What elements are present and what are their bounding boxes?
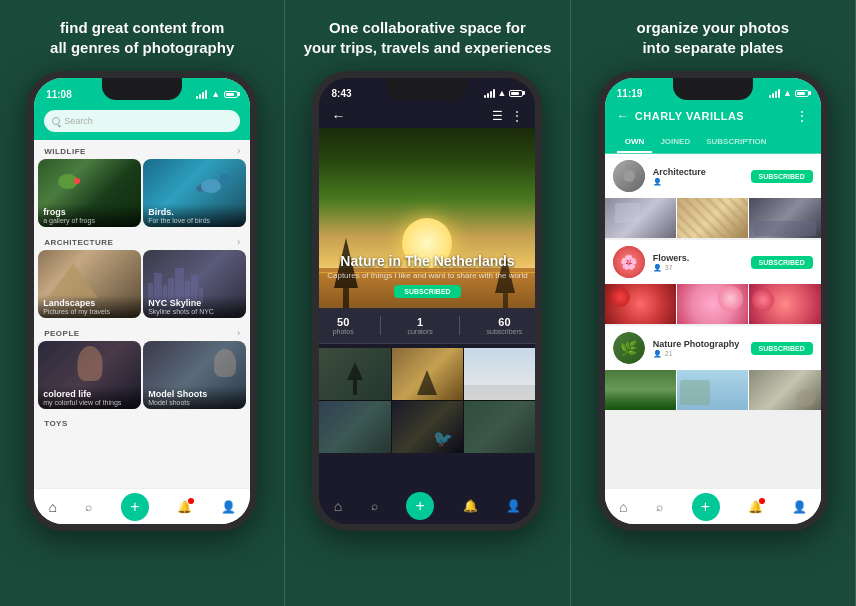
p3-bottom-nav: ⌂ ⌕ + 🔔 👤 bbox=[605, 488, 821, 524]
p2-nav-add[interactable]: + bbox=[406, 492, 434, 520]
p3-album-flowers-header: 🌸 Flowers. 👤 37 SUBSCRIBED bbox=[605, 240, 821, 284]
nav-add[interactable]: + bbox=[121, 493, 149, 521]
p1-card-frogs-title: frogs bbox=[43, 207, 136, 217]
p3-nav-add[interactable]: + bbox=[692, 493, 720, 521]
p2-subscribed-button[interactable]: SUBSCRIBED bbox=[394, 285, 460, 298]
p2-menu-icon[interactable]: ☰ bbox=[492, 109, 503, 123]
p3-arch-thumb-3[interactable] bbox=[749, 198, 820, 238]
p2-photo-2[interactable] bbox=[392, 348, 463, 400]
p3-bell-icon: 🔔 bbox=[748, 500, 763, 514]
p1-card-colored-title: colored life bbox=[43, 389, 136, 399]
p2-tree-1 bbox=[347, 362, 363, 395]
p1-card-nyc-sub: Skyline shots of NYC bbox=[148, 308, 241, 315]
p2-bell-icon: 🔔 bbox=[463, 499, 478, 513]
p2-hero-title: Nature in The Netherlands bbox=[319, 253, 535, 269]
p1-card-landscapes[interactable]: Landscapes Pictures of my travels bbox=[38, 250, 141, 318]
p2-nav-search[interactable]: ⌕ bbox=[371, 499, 378, 513]
p2-stat-curators-num: 1 bbox=[407, 316, 432, 328]
p1-section-architecture-label: ARCHITECTURE bbox=[44, 238, 113, 247]
p1-card-shoots[interactable]: Model Shoots Model shoots bbox=[143, 341, 246, 409]
p3-subscribed-btn-2[interactable]: SUBSCRIBED bbox=[751, 256, 813, 269]
p3-sub-count-3: 21 bbox=[665, 350, 673, 357]
nav-home[interactable]: ⌂ bbox=[48, 499, 56, 515]
p2-photo-3[interactable] bbox=[464, 348, 535, 400]
panel-2-title: One collaborative space foryour trips, t… bbox=[304, 18, 552, 57]
p3-nav-home[interactable]: ⌂ bbox=[619, 499, 627, 515]
p3-subscribed-btn-1[interactable]: SUBSCRIBED bbox=[751, 170, 813, 183]
p3-album-architecture-title: Architecture bbox=[653, 167, 743, 177]
p2-nav-home[interactable]: ⌂ bbox=[334, 498, 342, 514]
p1-card-birds-sub: For the love of birds bbox=[148, 217, 241, 224]
p3-nav-profile[interactable]: 👤 bbox=[792, 500, 807, 514]
p1-card-birds-overlay: Birds. For the love of birds bbox=[143, 204, 246, 227]
p2-nav-notifications[interactable]: 🔔 bbox=[463, 499, 478, 513]
phone-1: 11:08 ▲ bbox=[27, 71, 257, 531]
p1-section-architecture: ARCHITECTURE › bbox=[34, 231, 250, 250]
p3-more-button[interactable]: ⋮ bbox=[795, 108, 809, 124]
p1-card-frogs[interactable]: frogs a gallery of frogs bbox=[38, 159, 141, 227]
p3-tab-joined[interactable]: JOINED bbox=[652, 132, 698, 153]
p1-card-frogs-overlay: frogs a gallery of frogs bbox=[38, 204, 141, 227]
p3-nature-thumb-3[interactable] bbox=[749, 370, 820, 410]
nav-notifications[interactable]: 🔔 bbox=[177, 500, 192, 514]
p3-arch-thumb-2[interactable] bbox=[677, 198, 748, 238]
p1-card-nyc-overlay: NYC Skyline Skyline shots of NYC bbox=[143, 295, 246, 318]
nav-profile[interactable]: 👤 bbox=[221, 500, 236, 514]
p2-back-button[interactable]: ← bbox=[331, 108, 345, 124]
p2-topbar: ← ☰ ⋮ bbox=[319, 104, 535, 128]
p1-time: 11:08 bbox=[46, 89, 72, 100]
p3-back-button[interactable]: ← bbox=[617, 109, 629, 123]
p2-stats-divider-1 bbox=[380, 316, 381, 335]
p2-home-icon: ⌂ bbox=[334, 498, 342, 514]
p3-nav-search[interactable]: ⌕ bbox=[656, 500, 663, 514]
p2-more-icon[interactable]: ⋮ bbox=[511, 109, 523, 123]
p1-card-birds[interactable]: Birds. For the love of birds bbox=[143, 159, 246, 227]
p1-status-icons: ▲ bbox=[196, 89, 238, 99]
p2-photo-6[interactable] bbox=[464, 401, 535, 453]
p2-nav-profile[interactable]: 👤 bbox=[506, 499, 521, 513]
p1-card-nyc[interactable]: NYC Skyline Skyline shots of NYC bbox=[143, 250, 246, 318]
p1-card-landscapes-overlay: Landscapes Pictures of my travels bbox=[38, 295, 141, 318]
p3-arch-thumb-1[interactable] bbox=[605, 198, 676, 238]
panel-2: One collaborative space foryour trips, t… bbox=[285, 0, 570, 606]
p1-card-frogs-sub: a gallery of frogs bbox=[43, 217, 136, 224]
p2-action-icons: ☰ ⋮ bbox=[492, 109, 523, 123]
p2-photo-1[interactable] bbox=[319, 348, 390, 400]
phone-2-screen: 8:43 ▲ ← bbox=[319, 78, 535, 524]
phone-3-screen: 11:19 ▲ ← bbox=[605, 78, 821, 524]
p3-nature-thumb-1[interactable] bbox=[605, 370, 676, 410]
p1-card-colored[interactable]: colored life my colorful view of things bbox=[38, 341, 141, 409]
p1-card-nyc-title: NYC Skyline bbox=[148, 298, 241, 308]
p1-section-people-chevron[interactable]: › bbox=[237, 328, 240, 338]
p3-flower-photos bbox=[605, 284, 821, 324]
p2-time: 8:43 bbox=[331, 88, 351, 99]
panel-1-title: find great content fromall genres of pho… bbox=[50, 18, 234, 57]
p1-section-wildlife-label: WILDLIFE bbox=[44, 147, 86, 156]
p3-nav-notifications[interactable]: 🔔 bbox=[748, 500, 763, 514]
p2-photo-grid-wrapper: 🐦 bbox=[319, 348, 535, 488]
p3-tab-subscription[interactable]: SUBSCRIPTION bbox=[698, 132, 774, 153]
p2-stat-photos-num: 50 bbox=[333, 316, 354, 328]
p1-section-wildlife-chevron[interactable]: › bbox=[237, 146, 240, 156]
p2-photo-5[interactable]: 🐦 bbox=[392, 401, 463, 453]
p3-battery-icon bbox=[795, 90, 809, 97]
p3-nature-thumb-2[interactable] bbox=[677, 370, 748, 410]
p3-album-architecture-info: Architecture 👤 bbox=[653, 167, 743, 186]
p3-subscribed-btn-3[interactable]: SUBSCRIBED bbox=[751, 342, 813, 355]
p2-stat-subscribers-num: 60 bbox=[487, 316, 523, 328]
p1-section-architecture-chevron[interactable]: › bbox=[237, 237, 240, 247]
p1-search-bar[interactable]: Search bbox=[44, 110, 240, 132]
nav-search[interactable]: ⌕ bbox=[85, 500, 92, 514]
p2-photo-4[interactable] bbox=[319, 401, 390, 453]
p3-flower-thumb-2[interactable] bbox=[677, 284, 748, 324]
p2-tree-2 bbox=[417, 370, 437, 395]
p2-bottom-nav: ⌂ ⌕ + 🔔 👤 bbox=[319, 488, 535, 524]
p3-flower-thumb-3[interactable] bbox=[749, 284, 820, 324]
bird-body bbox=[201, 179, 221, 193]
p3-status-icons: ▲ bbox=[769, 88, 809, 98]
p1-people-grid: colored life my colorful view of things … bbox=[34, 341, 250, 413]
p3-tab-own[interactable]: OWN bbox=[617, 132, 653, 153]
p3-album-nature-header: 🌿 Nature Photography 👤 21 SUBSCRIBED bbox=[605, 326, 821, 370]
p2-photo-6-mist bbox=[464, 401, 535, 453]
p3-flower-thumb-1[interactable] bbox=[605, 284, 676, 324]
